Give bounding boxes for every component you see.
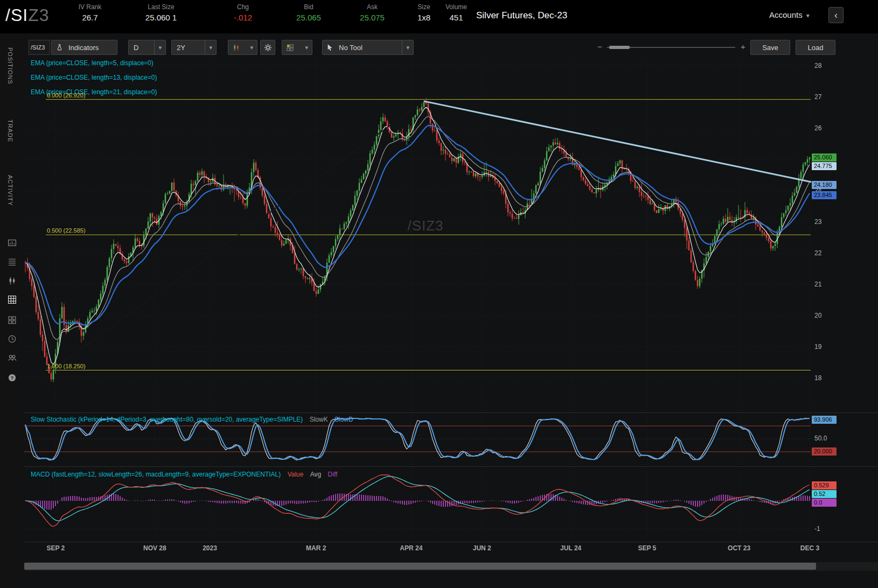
symbol-input[interactable] — [29, 40, 50, 55]
candles-icon[interactable] — [8, 276, 17, 285]
clock-icon[interactable] — [8, 334, 17, 344]
chart-canvas[interactable] — [24, 33, 878, 588]
stat-label: Size — [408, 3, 440, 11]
symbol-root: /SI — [5, 5, 28, 25]
stat-value: 25.075 — [351, 12, 394, 24]
sidebar-tab-activity[interactable]: ACTIVITY — [7, 175, 13, 206]
drawing-tool-dropdown[interactable]: No Tool ▾ — [322, 40, 414, 55]
grid-layout-icon[interactable] — [8, 316, 17, 325]
stat-size: Size 1x8 — [408, 3, 440, 24]
stat-value: -.012 — [221, 12, 264, 24]
chart-panel: Indicators D ▾ 2Y ▾ ▾ ▾ — [24, 33, 878, 588]
candlestick-icon — [232, 44, 240, 52]
gear-icon — [264, 44, 272, 52]
zoom-in-button[interactable]: + — [741, 42, 745, 51]
svg-text:?: ? — [11, 375, 14, 381]
cursor-icon — [326, 44, 334, 51]
load-label: Load — [808, 44, 824, 52]
zoom-slider[interactable] — [607, 47, 735, 48]
stat-value: 1x8 — [408, 12, 440, 24]
symbol-expiry: Z3 — [28, 5, 49, 25]
stat-bid: Bid 25.065 — [287, 3, 330, 24]
layout-grid-dropdown[interactable]: ▾ — [282, 40, 312, 55]
indicators-label: Indicators — [64, 44, 99, 52]
stat-value: 451 — [437, 12, 475, 24]
stat-label: Ask — [351, 3, 394, 11]
zoom-out-button[interactable]: − — [597, 42, 602, 51]
sidebar-tab-positions[interactable]: POSITIONS — [7, 47, 13, 85]
stat-label: Bid — [287, 3, 330, 11]
chart-toolbar: Indicators D ▾ 2Y ▾ ▾ ▾ — [24, 33, 878, 58]
timeframe-dropdown[interactable]: D ▾ — [128, 40, 166, 55]
header: /SIZ3 IV Rank 26.7 Last Size 25.060 1 Ch… — [0, 0, 878, 33]
accounts-menu[interactable]: Accounts▾ — [769, 10, 810, 19]
left-sidebar: POSITIONS TRADE ACTIVITY ? — [0, 33, 24, 588]
chevron-down-icon: ▾ — [402, 40, 413, 54]
timeframe-value: D — [129, 44, 138, 52]
stat-label: Volume — [437, 3, 475, 11]
stat-label: IV Rank — [68, 3, 112, 11]
instrument-title: Silver Futures, Dec-23 — [476, 10, 567, 21]
chevron-down-icon: ▾ — [154, 40, 165, 54]
trading-app: /SIZ3 IV Rank 26.7 Last Size 25.060 1 Ch… — [0, 0, 878, 588]
zoom-slider-handle[interactable] — [609, 46, 630, 49]
stat-change: Chg -.012 — [221, 3, 264, 24]
help-icon[interactable]: ? — [8, 373, 17, 382]
range-dropdown[interactable]: 2Y ▾ — [171, 40, 217, 55]
stat-value: 25.065 — [287, 12, 330, 24]
stat-iv-rank: IV Rank 26.7 — [68, 3, 112, 24]
beaker-icon — [55, 44, 64, 52]
range-value: 2Y — [172, 44, 185, 52]
panels-grid-icon — [286, 44, 294, 52]
monitor-chart-icon[interactable] — [8, 239, 17, 248]
tool-value: No Tool — [334, 44, 363, 52]
indicators-button[interactable]: Indicators — [51, 40, 117, 55]
chevron-down-icon: ▾ — [205, 40, 216, 54]
users-icon[interactable] — [8, 353, 17, 362]
watchlist-rows-icon[interactable] — [8, 257, 17, 267]
chart-settings-button[interactable] — [260, 40, 275, 55]
sidebar-tab-trade[interactable]: TRADE — [7, 120, 13, 142]
collapse-panel-button[interactable]: ‹ — [828, 7, 844, 23]
chart-type-dropdown[interactable]: ▾ — [228, 40, 257, 55]
active-chart-tab-icon[interactable] — [8, 295, 17, 304]
save-label: Save — [762, 44, 778, 52]
stat-last-size: Last Size 25.060 1 — [133, 3, 189, 24]
symbol-logo: /SIZ3 — [5, 5, 49, 25]
stat-volume: Volume 451 — [437, 3, 475, 24]
chevron-down-icon: ▾ — [305, 44, 312, 51]
scrollbar-thumb[interactable] — [24, 563, 816, 570]
stat-ask: Ask 25.075 — [351, 3, 394, 24]
save-button[interactable]: Save — [750, 40, 790, 55]
accounts-label: Accounts — [769, 10, 803, 19]
stat-label: Chg — [221, 3, 264, 11]
chevron-down-icon: ▾ — [806, 12, 810, 19]
stat-value: 26.7 — [68, 12, 112, 24]
stat-value: 25.060 1 — [133, 12, 189, 24]
load-button[interactable]: Load — [796, 40, 835, 55]
chevron-down-icon: ▾ — [250, 44, 257, 51]
chart-scrollbar[interactable] — [24, 562, 878, 571]
stat-label: Last Size — [133, 3, 189, 11]
